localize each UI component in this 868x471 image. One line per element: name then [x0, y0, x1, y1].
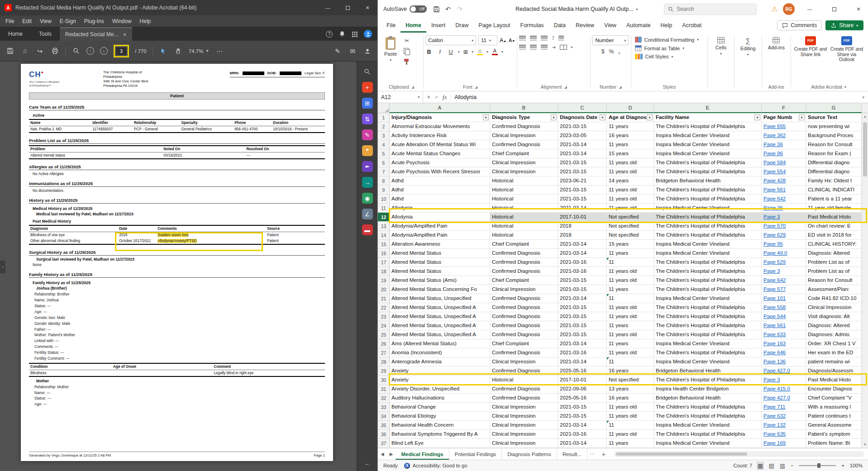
cell-E12[interactable]: The Children's Hospital of Philadelphia — [654, 213, 762, 222]
row-number-16[interactable]: 16 — [378, 249, 390, 258]
row-number-3[interactable]: 3 — [378, 131, 390, 140]
cell-B30[interactable]: Historical — [490, 376, 558, 385]
cell-G19[interactable]: Reason for Consult — [806, 276, 862, 285]
close-tab-icon[interactable]: ✕ — [123, 32, 126, 37]
cell-C12[interactable]: 2017-10-01 — [558, 213, 607, 222]
number-dialog-launcher[interactable]: ◢ — [619, 85, 621, 89]
notifications-bell-icon[interactable] — [339, 31, 345, 37]
page-break-view-icon[interactable]: ▥ — [780, 462, 785, 469]
borders-icon[interactable]: ⊞ — [463, 48, 468, 55]
cell-E19[interactable]: The Children's Hospital of Philadelphia — [654, 276, 762, 285]
cell-D16[interactable]: 11 years — [607, 249, 654, 258]
cell-F27[interactable]: Page 646 — [762, 348, 806, 357]
cell-E37[interactable]: Inspira Medical Center Vineland — [654, 439, 762, 448]
acrobat-close-button[interactable]: ✕ — [358, 0, 377, 15]
cell-G35[interactable]: General Assessme — [806, 421, 862, 430]
cell-C36[interactable]: 2021-03-16 — [558, 430, 607, 439]
orientation-icon[interactable]: ⤴ — [552, 35, 554, 41]
cell-F22[interactable]: Page 558 — [762, 303, 806, 312]
row-number-29[interactable]: 29 — [378, 366, 390, 376]
cell-F7[interactable]: Page 554 — [762, 167, 806, 176]
share-button[interactable]: Share▾ — [825, 20, 863, 30]
cell-E34[interactable]: The Children's Hospital of Philadelphia — [654, 412, 762, 421]
apps-grid-icon[interactable] — [352, 31, 358, 37]
cell-B1[interactable]: Diagnosis Type▾ — [490, 113, 558, 122]
row-number-27[interactable]: 27 — [378, 348, 390, 357]
font-color-icon[interactable]: A — [492, 48, 498, 55]
cell-E21[interactable]: Inspira Medical Center Vineland — [654, 294, 762, 303]
cell-E5[interactable]: Inspira Medical Center Vineland — [654, 149, 762, 158]
cell-E22[interactable]: The Children's Hospital of Philadelphia — [654, 303, 762, 312]
cell-G5[interactable]: Reason for Exam ( — [806, 149, 862, 158]
cell-C9[interactable]: 2021-03-15 — [558, 186, 607, 195]
cell-D7[interactable]: 11 years old — [607, 167, 654, 176]
cell-G37[interactable]: Problem Name: Bl — [806, 439, 862, 448]
cell-C18[interactable]: 2021-03-16 — [558, 267, 607, 276]
workbook-title[interactable]: Redacted Social Media Harm Qualify AI Ou… — [515, 6, 638, 12]
cell-G7[interactable]: Differential diagno — [806, 167, 862, 176]
cell-C37[interactable]: 2021-03-14 — [558, 439, 607, 448]
row-number-4[interactable]: 4 — [378, 140, 390, 149]
cell-F11[interactable]: Page 36 — [762, 204, 806, 213]
cell-F15[interactable]: Page 95 — [762, 240, 806, 249]
cell-C11[interactable]: 2021-03-14 — [558, 204, 607, 213]
cell-D12[interactable]: Not specified — [607, 213, 654, 222]
excel-maximize-button[interactable] — [825, 0, 844, 18]
fill-sign-icon[interactable]: ✒ — [362, 161, 373, 172]
new-sheet-button[interactable]: + — [597, 448, 610, 460]
cell-F13[interactable]: Page 570 — [762, 222, 806, 231]
select-tool-icon[interactable] — [159, 47, 168, 56]
column-header-C[interactable]: C — [558, 103, 607, 113]
cell-F36[interactable]: Page 635 — [762, 430, 806, 439]
create-pdf-share-link-button[interactable]: PDF Create PDF and Share link — [793, 35, 828, 57]
print-icon[interactable] — [50, 47, 59, 56]
account-avatar[interactable] — [364, 30, 372, 38]
row-number-31[interactable]: 31 — [378, 385, 390, 394]
redact-icon[interactable]: ▬ — [362, 224, 373, 235]
create-pdf-icon[interactable]: + — [362, 82, 373, 93]
export-pdf-icon[interactable]: → — [362, 177, 373, 188]
scroll-down-icon[interactable]: ▼ — [862, 442, 868, 447]
cell-C14[interactable]: 2018 — [558, 231, 607, 240]
cell-E10[interactable]: The Children's Hospital of Philadelphia — [654, 195, 762, 204]
autosave-toggle[interactable]: Off — [410, 5, 427, 13]
cell-D4[interactable]: 11 years — [607, 140, 654, 149]
ribbon-tab-data[interactable]: Data — [549, 18, 571, 33]
enter-icon[interactable]: ✓ — [434, 95, 438, 100]
cell-C23[interactable]: 2021-03-15 — [558, 312, 607, 321]
cell-C21[interactable]: 2021-03-14 — [558, 294, 607, 303]
cell-B15[interactable]: Chief Complaint — [490, 240, 558, 249]
page-layout-view-icon[interactable]: ▤ — [768, 462, 774, 469]
cell-D25[interactable]: 11 years old — [607, 330, 654, 339]
cell-E14[interactable]: The Children's Hospital of Philadelphia — [654, 231, 762, 240]
cell-C13[interactable]: 2018 — [558, 222, 607, 231]
cell-G12[interactable]: Past Medical Histo — [806, 213, 862, 222]
zoom-slider[interactable] — [799, 465, 836, 466]
sheet-tab-medical-findings[interactable]: Medical Findings — [396, 448, 449, 460]
cell-B10[interactable]: Historical — [490, 195, 558, 204]
create-pdf-outlook-button[interactable]: PDF Create PDF and Share via Outlook — [829, 35, 864, 62]
cell-A12[interactable]: Allodynia — [390, 213, 490, 222]
row-number-6[interactable]: 6 — [378, 158, 390, 167]
cell-G23[interactable]: Visit diagnosis: Alt — [806, 312, 862, 321]
cell-D21[interactable]: 11 — [607, 294, 654, 303]
cell-E23[interactable]: The Children's Hospital of Philadelphia — [654, 312, 762, 321]
sign-pen-icon[interactable]: ✎ — [333, 47, 342, 56]
cell-C25[interactable]: 2021-03-15 — [558, 330, 607, 339]
cell-B12[interactable]: Historical — [490, 213, 558, 222]
cell-C5[interactable]: 2021-03-14 — [558, 149, 607, 158]
column-header-E[interactable]: E — [654, 103, 762, 113]
cell-A18[interactable]: Altered Mental Status — [390, 267, 490, 276]
accessibility-checker[interactable]: ♿ Accessibility: Good to go — [404, 463, 467, 469]
cell-F24[interactable]: Page 561 — [762, 321, 806, 330]
row-number-25[interactable]: 25 — [378, 330, 390, 339]
cell-C17[interactable]: 2021-03-16 — [558, 258, 607, 267]
number-format-select[interactable]: Number▾ — [592, 35, 629, 45]
row-number-15[interactable]: 15 — [378, 240, 390, 249]
cell-G28[interactable]: patient remains wi — [806, 357, 862, 366]
cell-G36[interactable]: Patient's symptom — [806, 430, 862, 439]
cell-A24[interactable]: Altered Mental Status, Unspecified A — [390, 321, 490, 330]
row-number-26[interactable]: 26 — [378, 339, 390, 348]
cell-B17[interactable]: Confirmed Diagnosis — [490, 258, 558, 267]
cell-F34[interactable]: Page 632 — [762, 412, 806, 421]
